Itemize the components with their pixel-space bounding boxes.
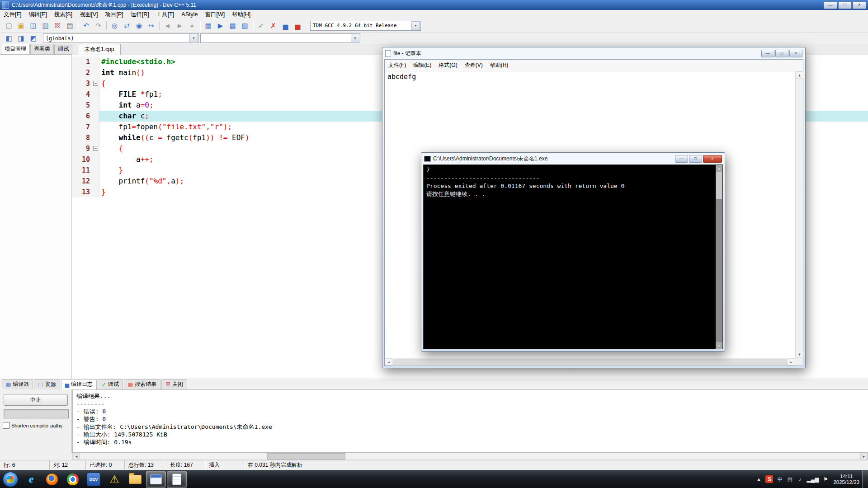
scroll-down-arrow-icon[interactable]: ▼ xyxy=(796,351,803,358)
notepad-horizontal-scrollbar[interactable]: ◄ ► xyxy=(385,358,795,366)
tray-action-center[interactable]: ⚑ xyxy=(822,477,829,482)
scroll-up-arrow-icon[interactable]: ▲ xyxy=(796,71,803,79)
save-all-button[interactable]: ▥ xyxy=(40,20,51,31)
gutter-line-number[interactable]: 3− xyxy=(72,78,99,89)
notepad-vertical-scrollbar[interactable]: ▲ ▼ xyxy=(795,71,803,358)
scrollbar-thumb[interactable] xyxy=(393,359,787,365)
notepad-maximize-button[interactable]: □ xyxy=(775,50,788,57)
tab-compile-log[interactable]: ▅编译日志 xyxy=(61,379,97,389)
fold-marker-icon[interactable]: − xyxy=(93,81,98,86)
gutter-line-number[interactable]: 6 xyxy=(72,111,99,122)
hidden-icons-button[interactable]: ▲ xyxy=(755,477,762,482)
notepad-minimize-button[interactable]: — xyxy=(761,50,774,57)
sidebar-tab-classes[interactable]: 查看类 xyxy=(30,44,54,54)
tray-volume[interactable]: ♪ xyxy=(797,477,803,482)
abort-compile-button[interactable]: 中止 xyxy=(4,394,68,406)
tray-network[interactable]: ▂▄▆ xyxy=(807,477,819,482)
stop-execution-button[interactable]: ✗ xyxy=(268,20,279,31)
console-output[interactable]: 7--------------------------------Process… xyxy=(424,165,716,349)
gutter-line-number[interactable]: 11 xyxy=(72,165,99,176)
gutter-line-number[interactable]: 8 xyxy=(72,132,99,143)
menu-window[interactable]: 窗口[W] xyxy=(202,10,229,19)
maximize-button[interactable]: □ xyxy=(838,1,852,9)
compile-log[interactable]: 编译结果...--------- 错误: 0- 警告: 0- 输出文件名: C:… xyxy=(72,389,868,453)
scrollbar-track[interactable] xyxy=(80,453,860,460)
profile-button[interactable]: ▅ xyxy=(280,20,291,31)
forward-button[interactable]: ► xyxy=(174,20,185,31)
fold-marker-icon[interactable]: − xyxy=(93,146,98,151)
insert-button[interactable]: ◧ xyxy=(3,33,14,44)
scroll-right-arrow-icon[interactable]: ► xyxy=(788,358,795,366)
gutter-line-number[interactable]: 2 xyxy=(72,67,99,78)
menu-tools[interactable]: 工具[T] xyxy=(153,10,178,19)
scrollbar-thumb[interactable] xyxy=(267,453,345,460)
editor-tab[interactable]: 未命名1.cpp xyxy=(78,44,121,55)
new-file-button[interactable]: ▢ xyxy=(3,20,14,31)
undo-button[interactable]: ↶ xyxy=(80,20,92,31)
menu-run[interactable]: 运行[R] xyxy=(127,10,153,19)
compile-button[interactable]: ▦ xyxy=(203,20,214,31)
taskbar-chrome[interactable] xyxy=(63,471,83,488)
scroll-up-arrow-icon[interactable]: ▲ xyxy=(716,165,722,172)
notepad-menu-1[interactable]: 文件(F) xyxy=(385,61,410,69)
save-button[interactable]: ◫ xyxy=(28,20,39,31)
sidebar-tab-project[interactable]: 项目管理 xyxy=(1,44,30,54)
gutter-line-number[interactable]: 13 xyxy=(72,187,99,197)
menu-astyle[interactable]: AStyle xyxy=(178,10,201,19)
dropdown-arrow-icon[interactable]: ▼ xyxy=(189,34,198,43)
notepad-menu-4[interactable]: 查看(V) xyxy=(461,61,486,69)
menu-file[interactable]: 文件[F] xyxy=(0,10,25,19)
tray-input-cn[interactable]: 中 xyxy=(777,477,783,482)
find-button[interactable]: ◎ xyxy=(109,20,120,31)
tray-sogou[interactable]: S xyxy=(765,475,773,483)
run-button[interactable]: ▶ xyxy=(215,20,226,31)
notepad-menu-5[interactable]: 帮助(H) xyxy=(486,61,512,69)
gutter-line-number[interactable]: 4 xyxy=(72,89,99,100)
open-file-button[interactable]: ▣ xyxy=(15,20,27,31)
tray-keyboard[interactable]: ▤ xyxy=(787,477,793,482)
taskbar-running-notepad[interactable] xyxy=(167,471,187,488)
notepad-titlebar[interactable]: file - 记事本 — □ × xyxy=(382,47,805,59)
goto-bookmark-button[interactable]: ◩ xyxy=(28,33,39,44)
close-button[interactable]: × xyxy=(853,1,866,9)
goto-line-button[interactable]: ↦ xyxy=(146,20,157,31)
compile-run-button[interactable]: ▩ xyxy=(227,20,238,31)
scroll-down-arrow-icon[interactable]: ▼ xyxy=(716,342,722,349)
gutter-line-number[interactable]: 9− xyxy=(72,143,99,154)
menu-edit[interactable]: 编辑[E] xyxy=(25,10,51,19)
log-horizontal-scrollbar[interactable]: ◄ ► xyxy=(72,453,868,460)
scroll-left-arrow-icon[interactable]: ◄ xyxy=(73,453,80,460)
console-titlebar[interactable]: C:\Users\Administrator\Documents\未命名1.ex… xyxy=(421,153,725,164)
minimize-button[interactable]: — xyxy=(824,1,837,9)
menu-help[interactable]: 帮助[H] xyxy=(228,10,254,19)
gutter-line-number[interactable]: 10 xyxy=(72,154,99,165)
scroll-left-arrow-icon[interactable]: ◄ xyxy=(385,358,392,366)
dropdown-arrow-icon[interactable]: ▼ xyxy=(411,21,420,30)
scroll-right-arrow-icon[interactable]: ► xyxy=(860,453,868,460)
gutter-line-number[interactable]: 7 xyxy=(72,122,99,132)
close-file-button[interactable]: ☒ xyxy=(52,20,63,31)
compiler-profile-select[interactable]: TDM-GCC 4.9.2 64-bit Release ▼ xyxy=(310,21,421,31)
project-manager-panel[interactable] xyxy=(0,54,71,379)
back-button[interactable]: ◄ xyxy=(162,20,173,31)
sidebar-tab-debug[interactable]: 调试 xyxy=(54,44,72,54)
abort-nav-button[interactable]: ● xyxy=(186,20,198,31)
tab-search-results[interactable]: ▦搜索结果 xyxy=(124,379,160,389)
show-desktop-button[interactable] xyxy=(862,470,868,488)
menu-project[interactable]: 项目[P] xyxy=(101,10,127,19)
console-vertical-scrollbar[interactable]: ▲ ▼ xyxy=(716,165,722,349)
menu-search[interactable]: 搜索[S] xyxy=(51,10,76,19)
scrollbar-thumb[interactable] xyxy=(716,172,722,199)
notepad-menu-2[interactable]: 编辑(E) xyxy=(410,61,435,69)
print-button[interactable]: ▤ xyxy=(64,20,75,31)
syntax-check-button[interactable]: ✓ xyxy=(255,20,267,31)
taskbar-warning[interactable]: ⚠ xyxy=(104,471,124,488)
notepad-close-button[interactable]: × xyxy=(789,50,802,57)
member-browser-select[interactable]: ▼ xyxy=(200,33,360,43)
notepad-menu-3[interactable]: 格式(O) xyxy=(435,61,461,69)
redo-button[interactable]: ↷ xyxy=(93,20,104,31)
shorten-paths-checkbox[interactable] xyxy=(3,422,9,429)
taskbar-devcpp[interactable]: DEV xyxy=(84,471,104,488)
replace-button[interactable]: ⇄ xyxy=(121,20,132,31)
toggle-bookmark-button[interactable]: ◨ xyxy=(15,33,27,44)
